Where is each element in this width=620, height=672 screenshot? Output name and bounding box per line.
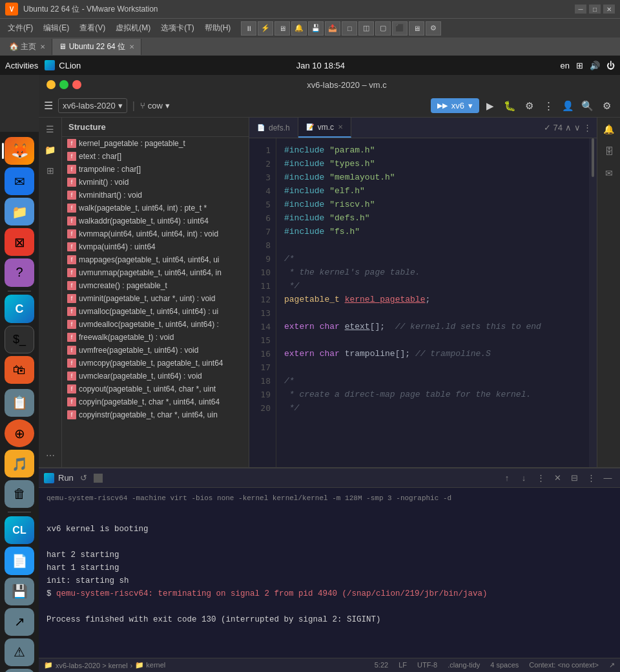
menu-file[interactable]: 文件(F) bbox=[3, 20, 38, 36]
dock-thunderbird[interactable]: ✉ bbox=[5, 167, 34, 195]
menu-edit[interactable]: 编辑(E) bbox=[38, 20, 74, 36]
dock-clion[interactable]: C bbox=[5, 295, 34, 322]
branch-selector[interactable]: ⑂ cow ▾ bbox=[140, 101, 170, 110]
more-button[interactable]: ⋮ bbox=[540, 98, 557, 114]
structure-item-6[interactable]: f walkaddr(pagetable_t, uint64) : uint64 bbox=[62, 215, 249, 227]
vmware-toolbar-icon9[interactable]: ▢ bbox=[375, 21, 391, 36]
run-button[interactable]: ▶ bbox=[482, 98, 499, 114]
debug-button[interactable]: 🐛 bbox=[501, 98, 518, 114]
scroll-thumb[interactable] bbox=[592, 138, 594, 177]
tab-more-icon[interactable]: ⋮ bbox=[583, 123, 592, 132]
terminal-scroll-down[interactable]: ↓ bbox=[517, 471, 531, 485]
ide-settings-button[interactable]: ⚙ bbox=[598, 98, 615, 114]
dock-firefox[interactable]: 🦊 bbox=[5, 137, 34, 165]
database-icon[interactable]: 🗄 bbox=[600, 142, 618, 160]
notifications-icon[interactable]: 🔔 bbox=[600, 120, 618, 138]
structure-item-11[interactable]: f uvmcreate() : pagetable_t bbox=[62, 279, 249, 292]
vmware-toolbar-icon12[interactable]: ⚙ bbox=[426, 21, 441, 36]
structure-item-8[interactable]: f kvmpa(uint64) : uint64 bbox=[62, 240, 249, 253]
settings-button[interactable]: ⚙ bbox=[521, 98, 537, 114]
code-text-area[interactable]: #include "param.h" #include "types.h" #i… bbox=[276, 138, 589, 467]
dock-item-extra2[interactable]: 💾 bbox=[5, 578, 34, 605]
clion-close[interactable] bbox=[72, 80, 81, 89]
dock-clion2[interactable]: CL bbox=[5, 516, 34, 544]
code-content[interactable]: 1 2 3 4 5 6 7 8 9 10 11 12 13 14 bbox=[249, 138, 597, 467]
dock-item-extra5[interactable]: 🔃 bbox=[5, 669, 34, 672]
structure-item-20[interactable]: f copyin(pagetable_t, char *, uint64, ui… bbox=[62, 395, 249, 408]
structure-item-12[interactable]: f uvminit(pagetable_t, uchar *, uint) : … bbox=[62, 292, 249, 305]
structure-item-7[interactable]: f kvmmap(uint64, uint64, uint64, int) : … bbox=[62, 227, 249, 240]
minimize-button[interactable]: ─ bbox=[575, 5, 586, 14]
clion-maximize[interactable] bbox=[59, 80, 68, 89]
dock-nautilus[interactable]: 📁 bbox=[5, 198, 34, 226]
run-restart-icon[interactable]: ↺ bbox=[80, 473, 87, 483]
run-config-selector[interactable]: ▶▶ xv6 ▾ bbox=[431, 98, 479, 113]
project-selector[interactable]: xv6-labs-2020 ▾ bbox=[58, 98, 127, 113]
more-sidebar-icon[interactable]: ⋯ bbox=[41, 446, 59, 465]
terminal-close-icon[interactable]: ✕ bbox=[550, 471, 564, 485]
code-editor[interactable]: 📄 defs.h 📝 vm.c ✕ ✓ 74 ∧ ∨ ⋮ bbox=[249, 118, 597, 467]
vmware-toolbar-icon2[interactable]: ⚡ bbox=[258, 21, 273, 36]
structure-item-9[interactable]: f mappages(pagetable_t, uint64, uint64, … bbox=[62, 253, 249, 266]
structure-item-18[interactable]: f uvmclear(pagetable_t, uint64) : void bbox=[62, 370, 249, 383]
structure-item-2[interactable]: f trampoline : char[] bbox=[62, 163, 249, 176]
tab-ubuntu[interactable]: 🖥 Ubuntu 22 64 位 ✕ bbox=[52, 39, 141, 55]
pause-icon[interactable]: ⏸ bbox=[241, 21, 256, 36]
vmware-toolbar-icon8[interactable]: ◫ bbox=[358, 21, 374, 36]
code-scrollbar[interactable] bbox=[589, 138, 597, 467]
dock-terminal[interactable]: $_ bbox=[5, 326, 34, 353]
terminal-split-icon[interactable]: ⊟ bbox=[567, 471, 581, 485]
terminal-more-icon[interactable]: ⋮ bbox=[533, 471, 548, 485]
structure-item-10[interactable]: f uvmunmap(pagetable_t, uint64, uint64, … bbox=[62, 266, 249, 279]
terminal-more2-icon[interactable]: ⋮ bbox=[584, 471, 598, 485]
vmware-toolbar-icon6[interactable]: 📤 bbox=[325, 21, 340, 36]
dock-help[interactable]: ? bbox=[5, 258, 34, 286]
activities-button[interactable]: Activities bbox=[5, 61, 38, 70]
dock-item-extra4[interactable]: ⚠ bbox=[5, 638, 34, 666]
structure-item-19[interactable]: f copyout(pagetable_t, uint64, char *, u… bbox=[62, 383, 249, 395]
expand-status-icon[interactable]: ↗ bbox=[609, 661, 615, 669]
structure-item-14[interactable]: f uvmdealloc(pagetable_t, uint64, uint64… bbox=[62, 318, 249, 331]
structure-item-1[interactable]: f etext : char[] bbox=[62, 150, 249, 163]
search-everywhere-button[interactable]: 🔍 bbox=[579, 98, 595, 114]
vmware-toolbar-icon3[interactable]: 🖥 bbox=[274, 21, 290, 36]
dock-soundjuicer[interactable]: 🎵 bbox=[5, 450, 34, 478]
vmware-toolbar-icon7[interactable]: □ bbox=[342, 21, 357, 36]
structure-item-0[interactable]: f kernel_pagetable : pagetable_t bbox=[62, 137, 249, 150]
structure-item-16[interactable]: f uvmfree(pagetable_t, uint64) : void bbox=[62, 344, 249, 357]
maximize-button[interactable]: □ bbox=[589, 5, 601, 14]
mail-icon[interactable]: ✉ bbox=[600, 164, 618, 182]
menu-tabs[interactable]: 选项卡(T) bbox=[156, 20, 199, 36]
tab-ubuntu-close[interactable]: ✕ bbox=[129, 43, 134, 50]
dock-item-extra3[interactable]: ↗ bbox=[5, 608, 34, 636]
clion-minimize[interactable] bbox=[46, 80, 56, 89]
structure-item-15[interactable]: f freewalk(pagetable_t) : void bbox=[62, 331, 249, 344]
vmware-toolbar-icon4[interactable]: 🔔 bbox=[291, 21, 307, 36]
dock-snapstore[interactable]: 🛍 bbox=[5, 356, 34, 384]
tab-vm-c[interactable]: 📝 vm.c ✕ bbox=[298, 118, 351, 138]
dock-ubuntu-logo[interactable]: ⊕ bbox=[5, 419, 34, 447]
tab-home[interactable]: 🏠 主页 ✕ bbox=[3, 39, 52, 55]
menu-vm[interactable]: 虚拟机(M) bbox=[110, 20, 156, 36]
terminal-collapse-icon[interactable]: — bbox=[601, 471, 615, 485]
structure-icon[interactable]: ⊞ bbox=[41, 162, 59, 180]
structure-item-21[interactable]: f copyinstr(pagetable_t, char *, uint64,… bbox=[62, 408, 249, 421]
structure-item-5[interactable]: f walk(pagetable_t, uint64, int) : pte_t… bbox=[62, 202, 249, 215]
tab-vm-close[interactable]: ✕ bbox=[338, 123, 343, 131]
tab-home-close[interactable]: ✕ bbox=[40, 43, 45, 50]
dock-snap[interactable]: ⊠ bbox=[5, 228, 34, 256]
vmware-toolbar-icon10[interactable]: ⬛ bbox=[392, 21, 408, 36]
dock-files[interactable]: 📋 bbox=[5, 389, 34, 417]
hamburger-sidebar-icon[interactable]: ☰ bbox=[41, 120, 59, 138]
project-tree-icon[interactable]: 📁 bbox=[41, 141, 59, 159]
dock-trash[interactable]: 🗑 bbox=[5, 480, 34, 508]
terminal-scroll-up[interactable]: ↑ bbox=[500, 471, 514, 485]
vmware-toolbar-icon5[interactable]: 💾 bbox=[308, 21, 324, 36]
menu-view[interactable]: 查看(V) bbox=[74, 20, 110, 36]
structure-item-4[interactable]: f kvminithart() : void bbox=[62, 189, 249, 202]
close-button[interactable]: ✕ bbox=[603, 5, 615, 14]
structure-item-3[interactable]: f kvminit() : void bbox=[62, 176, 249, 189]
menu-help[interactable]: 帮助(H) bbox=[200, 20, 236, 36]
structure-item-17[interactable]: f uvmcopy(pagetable_t, pagetable_t, uint… bbox=[62, 357, 249, 370]
tab-defs-h[interactable]: 📄 defs.h bbox=[249, 118, 298, 138]
